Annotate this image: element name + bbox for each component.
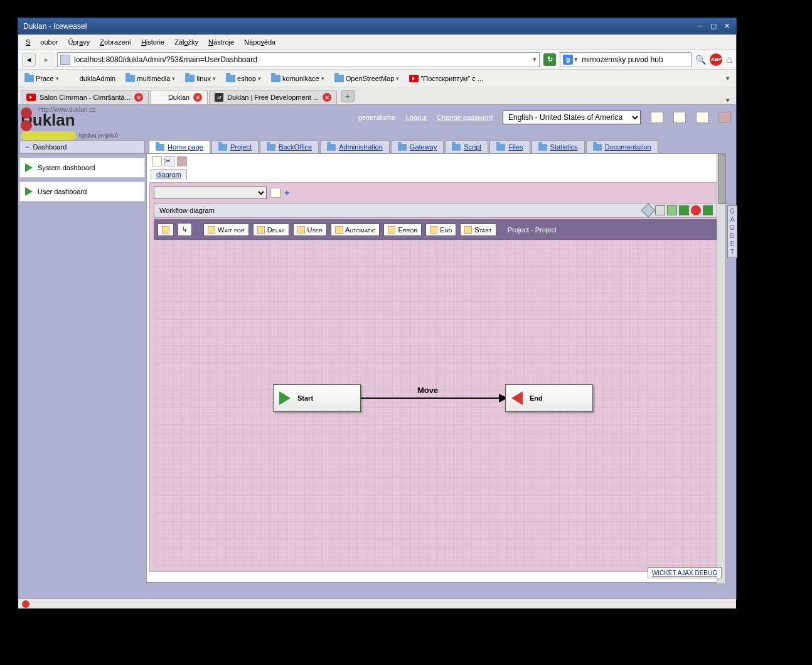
error-indicator-icon[interactable] [22, 600, 29, 608]
forward-icon[interactable] [703, 205, 713, 215]
tool-start[interactable]: Start [460, 224, 496, 236]
menu-file[interactable]: Soubor [21, 36, 63, 48]
url-input[interactable] [70, 55, 533, 64]
node-end[interactable]: End [505, 384, 593, 412]
project-label: Project - Project [508, 226, 557, 234]
tab-salon[interactable]: Salon Cimrman - Cimršantá...✕ [21, 90, 149, 104]
menu-edit[interactable]: Úpravy [63, 36, 95, 48]
expand-icon[interactable] [667, 205, 677, 215]
tool-waitfor[interactable]: Wait for [203, 224, 249, 236]
folder-icon [334, 75, 344, 82]
tab-gateway[interactable]: Gateway [391, 140, 444, 153]
folder-icon [267, 144, 275, 151]
note-icon[interactable] [651, 112, 663, 123]
binoculars-icon[interactable]: 🔍 [695, 55, 706, 65]
tab-documentation[interactable]: Documentation [586, 140, 658, 153]
scrollbar-thumb[interactable] [718, 154, 725, 204]
wicket-debug-link[interactable]: WICKET AJAX DEBUG [648, 567, 722, 578]
main-tabs: Home page Project BackOffice Administrat… [146, 140, 726, 153]
search-box[interactable]: g ▾ [560, 52, 692, 67]
maximize-icon[interactable]: ▢ [709, 22, 718, 31]
minimize-icon[interactable]: ─ [696, 22, 705, 31]
bookmark-komunikace[interactable]: komunikace▾ [267, 73, 328, 84]
trash-icon[interactable] [719, 112, 731, 123]
list-icon[interactable] [673, 112, 686, 123]
tab-backoffice[interactable]: BackOffice [260, 140, 319, 153]
close-panel-icon[interactable] [691, 205, 701, 215]
tab-statistics[interactable]: Statistics [532, 140, 585, 153]
menu-help[interactable]: Nápověda [239, 36, 280, 48]
new-workflow-icon[interactable] [270, 188, 280, 198]
tool-end[interactable]: End [425, 224, 456, 236]
language-select[interactable]: English - United States of America [503, 111, 641, 124]
tool-automatic[interactable]: Automatic [331, 224, 380, 236]
bookmark-prace[interactable]: Prace▾ [21, 73, 63, 84]
new-tab-button[interactable]: + [341, 90, 355, 102]
window-title: Duklan - Iceweasel [23, 22, 87, 31]
tool-delay[interactable]: Delay [253, 224, 289, 236]
folder-icon [327, 144, 336, 151]
change-password-link[interactable]: Change password [437, 114, 493, 121]
tabs-overflow-icon[interactable]: ▾ [726, 96, 734, 104]
tab-close-icon[interactable]: ✕ [193, 93, 202, 102]
delete-icon[interactable] [177, 156, 187, 166]
tool-connector[interactable]: ↳ [178, 223, 192, 236]
close-icon[interactable]: ✕ [722, 22, 731, 31]
reload-button[interactable]: ↻ [543, 53, 556, 66]
bookmarks-overflow-icon[interactable]: ▾ [726, 74, 734, 82]
folder-icon [185, 75, 195, 82]
search-input[interactable] [578, 55, 688, 64]
new-icon[interactable] [152, 156, 162, 166]
bookmark-osm[interactable]: OpenStreetMap▾ [331, 73, 403, 84]
logout-link[interactable]: Logout [406, 114, 427, 121]
cut-icon[interactable]: ✂ [164, 156, 174, 166]
settings-icon[interactable] [655, 205, 665, 215]
menu-history[interactable]: Historie [136, 36, 169, 48]
dropdown-icon[interactable]: ▾ [533, 55, 537, 63]
bookmark-duklaadmin[interactable]: duklaAdmin [65, 73, 119, 84]
folder-icon [24, 75, 34, 82]
adblock-icon[interactable]: ABP [710, 53, 722, 66]
folder-icon [538, 144, 547, 151]
username-label: generalismo [358, 114, 396, 121]
diamond-icon[interactable] [641, 203, 656, 218]
workflow-select[interactable] [154, 187, 267, 199]
home-icon[interactable]: ⌂ [726, 54, 732, 65]
forward-button[interactable]: ► [40, 53, 53, 67]
sidebar-item-user-dashboard[interactable]: User dashboard [19, 181, 145, 202]
subtab-diagram[interactable]: diagram [151, 169, 187, 180]
menu-view[interactable]: Zobrazení [95, 36, 136, 48]
tab-administration[interactable]: Administration [320, 140, 390, 153]
menu-bookmarks[interactable]: Záložky [169, 36, 203, 48]
tab-sourceforge[interactable]: sfDuklan | Free Development ...✕ [209, 90, 337, 104]
edge-move[interactable] [361, 397, 506, 399]
sidebar-item-system-dashboard[interactable]: System dashboard [19, 158, 145, 178]
diagram-canvas[interactable]: Start Move End [155, 240, 717, 566]
tool-blank[interactable] [158, 224, 174, 236]
tab-project[interactable]: Project [211, 140, 259, 153]
bookmark-postscriptum[interactable]: "Постскриптум" с ... [405, 73, 487, 84]
tab-duklan[interactable]: Duklan✕ [150, 90, 208, 104]
scrollbar[interactable] [717, 154, 725, 583]
tool-user[interactable]: User [293, 224, 327, 236]
sidebar-section-dashboard[interactable]: Dashboard [19, 140, 145, 154]
bookmark-multimedia[interactable]: multimedia▾ [122, 73, 179, 84]
back-button[interactable]: ◄ [22, 53, 36, 67]
tab-script[interactable]: Script [445, 140, 488, 153]
bookmark-eshop[interactable]: eshop▾ [222, 73, 265, 84]
browser-tabs: Salon Cimrman - Cimršantá...✕ Duklan✕ sf… [18, 87, 736, 105]
add-icon[interactable]: + [284, 188, 289, 198]
tab-close-icon[interactable]: ✕ [134, 93, 143, 102]
gadget-tab[interactable]: GADGET [727, 205, 737, 258]
tab-home[interactable]: Home page [149, 140, 210, 153]
tab-files[interactable]: Files [489, 140, 530, 153]
tools-icon[interactable] [696, 112, 708, 123]
tool-error[interactable]: Error [383, 224, 422, 236]
url-bar[interactable]: ▾ [57, 52, 540, 67]
tab-close-icon[interactable]: ✕ [323, 93, 331, 102]
node-start[interactable]: Start [273, 384, 361, 412]
square-icon [257, 226, 265, 234]
menu-tools[interactable]: Nástroje [203, 36, 239, 48]
up-icon[interactable] [679, 205, 689, 215]
bookmark-linux[interactable]: linux▾ [181, 73, 220, 84]
